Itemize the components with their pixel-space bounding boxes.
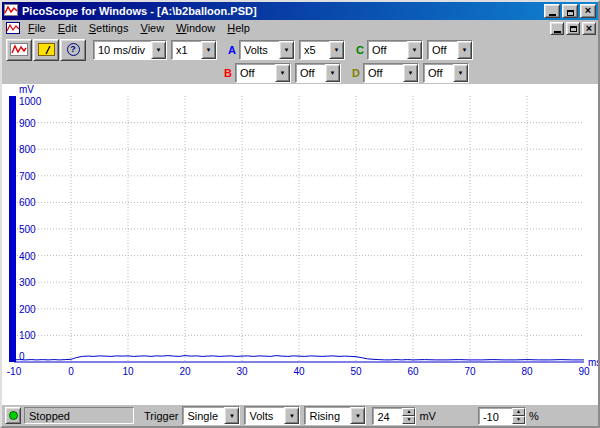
trigger-threshold-unit: mV [419,410,436,422]
spin-down-icon[interactable]: ▼ [512,416,525,424]
chevron-down-icon[interactable]: ▼ [325,64,340,82]
svg-text:900: 900 [19,118,36,129]
restore-button[interactable] [562,4,578,18]
svg-text:1000: 1000 [19,96,42,107]
spin-down-icon[interactable]: ▼ [402,416,415,424]
svg-text:40: 40 [293,366,305,377]
chevron-down-icon[interactable]: ▼ [407,41,422,59]
close-icon: × [585,4,591,16]
spin-up-icon[interactable]: ▲ [512,408,525,416]
document-icon[interactable] [6,22,20,34]
menu-help[interactable]: Help [221,21,256,35]
svg-text:50: 50 [350,366,362,377]
mdi-close-button[interactable]: × [582,22,596,35]
trigger-direction-value: Rising [305,407,350,424]
meter-icon [38,43,55,56]
channel-d-multiplier-select[interactable]: Off ▼ [423,63,469,83]
svg-text:0: 0 [19,351,25,362]
chevron-down-icon[interactable]: ▼ [453,64,468,82]
trigger-source-value: Volts [245,407,284,424]
close-button[interactable]: × [580,4,596,18]
channel-b-range-select[interactable]: Off ▼ [235,63,291,83]
spinner-buttons: ▲ ▼ [512,408,525,424]
chevron-down-icon[interactable]: ▼ [275,64,290,82]
channel-c-multiplier-select[interactable]: Off ▼ [427,40,473,60]
toolbar-row-2: B Off ▼ Off ▼ D Off ▼ Off ▼ [2,61,598,84]
svg-text:20: 20 [179,366,191,377]
chevron-down-icon[interactable]: ▼ [151,41,166,59]
chevron-down-icon[interactable]: ▼ [201,41,216,59]
title-bar: PicoScope for Windows - [A:\b2balloon.PS… [2,2,598,20]
minimize-icon [554,31,561,33]
spinner-buttons: ▲ ▼ [402,408,415,424]
mdi-minimize-button[interactable] [550,22,564,35]
close-icon: × [586,22,592,34]
help-icon: ? [67,43,80,56]
channel-d-label: D [351,67,361,79]
chevron-down-icon[interactable]: ▼ [403,64,418,82]
chevron-down-icon[interactable]: ▼ [457,41,472,59]
svg-text:500: 500 [19,224,36,235]
toolbar: ? 10 ms/div ▼ x1 ▼ A Volts ▼ x5 ▼ C Off [2,36,598,84]
svg-text:-10: -10 [7,366,22,377]
channel-b-multiplier-value: Off [296,64,325,82]
minimize-icon [549,14,556,16]
menu-settings[interactable]: Settings [83,21,135,35]
trigger-mode-select[interactable]: Single ▼ [182,406,240,425]
menu-view[interactable]: View [134,21,170,35]
svg-text:600: 600 [19,197,36,208]
channel-c-range-select[interactable]: Off ▼ [367,40,423,60]
help-button[interactable]: ? [60,39,86,61]
scope-view-button[interactable] [6,39,32,61]
go-button[interactable] [5,407,21,424]
menu-edit[interactable]: Edit [52,21,83,35]
channel-d-range-select[interactable]: Off ▼ [363,63,419,83]
menu-file[interactable]: File [22,21,52,35]
trigger-delay-value[interactable]: -10 [479,408,512,424]
chevron-down-icon[interactable]: ▼ [224,407,239,424]
channel-a-range-value: Volts [240,41,279,59]
timebase-select[interactable]: 10 ms/div ▼ [93,40,167,60]
channel-c-label: C [355,44,365,56]
svg-text:ms: ms [588,357,598,368]
restore-icon [570,26,577,32]
channel-a-multiplier-select[interactable]: x5 ▼ [299,40,345,60]
meter-view-button[interactable] [33,39,59,61]
go-icon [9,411,18,420]
trigger-threshold-value[interactable]: 24 [373,408,402,424]
chevron-down-icon[interactable]: ▼ [279,41,294,59]
scope-trace-plot: 01002003004005006007008009001000-1001020… [2,84,598,404]
toolbar-row-1: ? 10 ms/div ▼ x1 ▼ A Volts ▼ x5 ▼ C Off [2,38,598,61]
scope-view: 01002003004005006007008009001000-1001020… [2,84,598,404]
restore-icon [567,10,574,16]
trigger-source-select[interactable]: Volts ▼ [244,406,300,425]
spin-up-icon[interactable]: ▲ [402,408,415,416]
svg-text:80: 80 [521,366,533,377]
status-bar: Stopped Trigger Single ▼ Volts ▼ Rising … [2,404,598,426]
trigger-delay-unit: % [529,410,539,422]
chevron-down-icon[interactable]: ▼ [329,41,344,59]
mdi-restore-button[interactable] [566,22,580,35]
channel-a-range-select[interactable]: Volts ▼ [239,40,295,60]
svg-text:300: 300 [19,277,36,288]
menu-window[interactable]: Window [170,21,221,35]
channel-b-multiplier-select[interactable]: Off ▼ [295,63,341,83]
scope-trace-icon [10,43,28,56]
svg-text:800: 800 [19,144,36,155]
svg-text:100: 100 [19,330,36,341]
chevron-down-icon[interactable]: ▼ [350,407,365,424]
trigger-delay-spinner[interactable]: -10 ▲ ▼ [478,407,526,425]
app-icon [4,4,18,18]
chevron-down-icon[interactable]: ▼ [284,407,299,424]
svg-text:700: 700 [19,171,36,182]
trigger-label: Trigger [144,410,178,422]
trigger-threshold-spinner[interactable]: 24 ▲ ▼ [372,407,416,425]
minimize-button[interactable] [544,4,560,18]
trigger-mode-value: Single [183,407,224,424]
trigger-direction-select[interactable]: Rising ▼ [304,406,366,425]
channel-d-multiplier-value: Off [424,64,453,82]
svg-text:70: 70 [464,366,476,377]
channel-a-label: A [227,44,237,56]
timebase-multiplier-select[interactable]: x1 ▼ [171,40,217,60]
channel-c-multiplier-value: Off [428,41,457,59]
